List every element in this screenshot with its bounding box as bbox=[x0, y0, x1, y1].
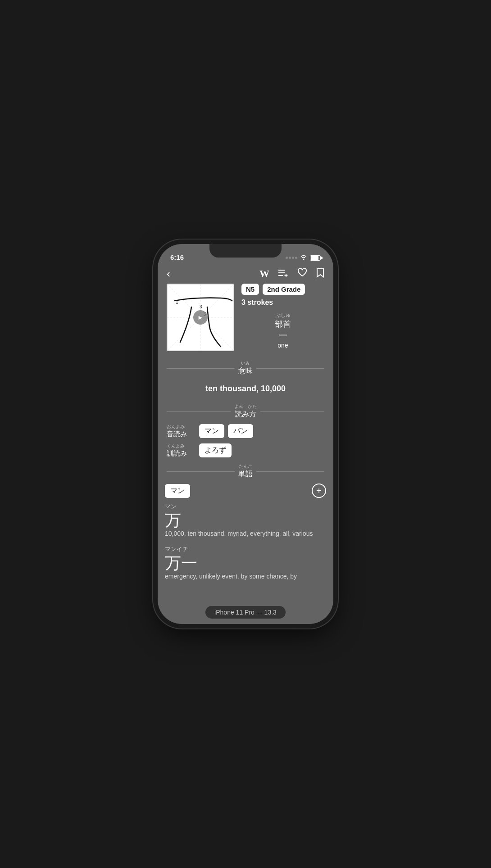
main-content: 1 3 2 ► N5 bbox=[158, 284, 333, 601]
status-time: 6:16 bbox=[170, 253, 184, 261]
meaning-text: ten thousand, 10,000 bbox=[167, 380, 324, 398]
vocab-entry-1: マンイチ 万一 emergency, unlikely event, by so… bbox=[165, 545, 326, 581]
meaning-section-label: いみ 意味 bbox=[235, 360, 256, 376]
vocab-reading-1: マンイチ bbox=[165, 545, 326, 553]
readings-ruby: よみ かた bbox=[234, 403, 257, 410]
vocab-meaning-0: 10,000, ten thousand, myriad, everything… bbox=[165, 529, 326, 538]
nav-bar: ‹ W bbox=[158, 264, 333, 284]
onyomi-ruby: おんよみ bbox=[167, 424, 185, 430]
vocab-section-label: たんご 単語 bbox=[235, 463, 256, 479]
jlpt-badge: N5 bbox=[241, 284, 259, 295]
bushu-character: 一 bbox=[278, 330, 287, 342]
notch bbox=[209, 244, 282, 258]
grade-badge: 2nd Grade bbox=[263, 284, 305, 295]
back-button[interactable]: ‹ bbox=[167, 267, 170, 280]
onyomi-tags: マン バン bbox=[199, 424, 253, 438]
onyomi-label: 音読み bbox=[167, 430, 187, 439]
play-animation-button[interactable]: ► bbox=[193, 310, 208, 325]
kunyomi-ruby: くんよみ bbox=[167, 443, 185, 449]
signal-icon bbox=[286, 257, 297, 259]
phone-screen: 6:16 ‹ bbox=[158, 244, 333, 624]
vocab-card-1: マンイチ 万一 emergency, unlikely event, by so… bbox=[165, 545, 326, 581]
bushu-ruby: ぶしゅ bbox=[276, 312, 291, 319]
vocab-ruby: たんご bbox=[238, 463, 253, 470]
meaning-divider: いみ 意味 bbox=[167, 360, 324, 376]
kunyomi-tags: よろず bbox=[199, 443, 232, 457]
vocab-tag-0[interactable]: マン bbox=[165, 484, 190, 498]
vocab-meaning-1: emergency, unlikely event, by some chanc… bbox=[165, 572, 326, 581]
bookmark-icon[interactable] bbox=[316, 268, 324, 280]
add-list-icon[interactable] bbox=[278, 269, 288, 279]
bushu-meaning: one bbox=[277, 342, 288, 349]
vocab-label: 単語 bbox=[238, 470, 253, 479]
device-label-text: iPhone 11 Pro — 13.3 bbox=[205, 606, 286, 619]
heart-icon[interactable] bbox=[297, 268, 307, 280]
vocab-header-0: マン + bbox=[165, 484, 326, 498]
kunyomi-row: くんよみ 訓読み よろず bbox=[167, 443, 324, 458]
vocab-card-0: マン + マン 万 10,000, ten thousand, myriad, … bbox=[165, 484, 326, 538]
kanji-canvas[interactable]: 1 3 2 ► bbox=[167, 284, 234, 351]
readings-section-label: よみ かた 読み方 bbox=[231, 403, 260, 419]
level-badges: N5 2nd Grade bbox=[241, 284, 324, 295]
vocab-kanji-0: 万 bbox=[165, 511, 326, 529]
meaning-label: 意味 bbox=[238, 366, 253, 376]
battery-icon bbox=[310, 255, 321, 261]
svg-text:3: 3 bbox=[200, 304, 202, 309]
onyomi-type: おんよみ 音読み bbox=[167, 424, 194, 439]
meaning-ruby: いみ bbox=[238, 360, 253, 366]
kunyomi-type: くんよみ 訓読み bbox=[167, 443, 194, 458]
nav-actions: W bbox=[259, 268, 324, 280]
bushu-section: ぶしゅ 部首 一 one bbox=[241, 312, 324, 349]
readings-divider: よみ かた 読み方 bbox=[167, 403, 324, 419]
kanji-header: 1 3 2 ► N5 bbox=[167, 284, 324, 351]
wifi-icon bbox=[300, 254, 307, 261]
wikipedia-icon[interactable]: W bbox=[259, 268, 269, 280]
bushu-label: 部首 bbox=[275, 319, 291, 330]
onyomi-row: おんよみ 音読み マン バン bbox=[167, 424, 324, 439]
vocab-reading-0: マン bbox=[165, 502, 326, 511]
status-icons bbox=[286, 254, 321, 261]
kunyomi-label: 訓読み bbox=[167, 449, 187, 458]
phone-frame: 6:16 ‹ bbox=[158, 244, 333, 624]
onyomi-tag-0[interactable]: マン bbox=[199, 424, 224, 438]
stroke-count: 3 strokes bbox=[241, 298, 324, 307]
device-label-bar: iPhone 11 Pro — 13.3 bbox=[158, 601, 333, 624]
vocab-kanji-1: 万一 bbox=[165, 554, 326, 572]
vocab-entry-0: マン 万 10,000, ten thousand, myriad, every… bbox=[165, 502, 326, 538]
kanji-info: N5 2nd Grade 3 strokes ぶしゅ 部首 一 one bbox=[241, 284, 324, 351]
readings-label: 読み方 bbox=[234, 410, 257, 419]
onyomi-tag-1[interactable]: バン bbox=[228, 424, 253, 438]
kunyomi-tag-0[interactable]: よろず bbox=[199, 443, 232, 457]
vocab-add-button-0[interactable]: + bbox=[312, 484, 326, 498]
vocab-divider: たんご 単語 bbox=[167, 463, 324, 479]
